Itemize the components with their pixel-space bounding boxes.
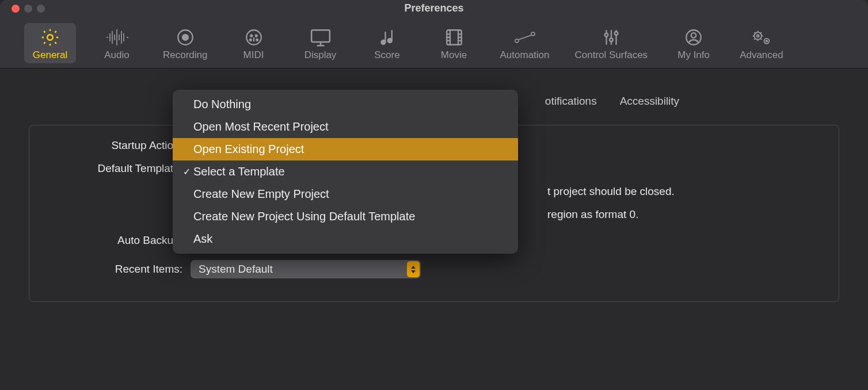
toolbar-tab-label: My Info: [677, 49, 710, 61]
traffic-lights: [12, 5, 45, 13]
toolbar-tab-recording[interactable]: Recording: [158, 23, 213, 63]
menu-item-label: Do Nothing: [193, 98, 251, 111]
row-recent-items: Recent Items: System Default: [52, 260, 816, 278]
menu-item-label: Open Existing Project: [193, 143, 304, 156]
menu-item-create-new-default-template[interactable]: Create New Project Using Default Templat…: [173, 205, 518, 228]
sliders-icon: [601, 26, 621, 48]
checkbox-label-partial-2: region as format 0.: [547, 208, 638, 221]
toolbar-tab-display[interactable]: Display: [295, 23, 347, 63]
toolbar-tab-control-surfaces[interactable]: Control Surfaces: [570, 23, 653, 63]
svg-rect-8: [311, 30, 330, 42]
toolbar-tab-label: Automation: [500, 49, 550, 61]
svg-point-18: [691, 33, 696, 38]
label-recent-items: Recent Items:: [52, 263, 191, 276]
toolbar-tab-midi[interactable]: MIDI: [228, 23, 280, 63]
svg-point-14: [604, 33, 608, 37]
toolbar-tab-label: Display: [304, 49, 337, 61]
select-recent-items[interactable]: System Default: [191, 260, 421, 278]
automation-icon: [513, 26, 536, 48]
zoom-window-button[interactable]: [37, 5, 45, 13]
label-startup-action: Startup Action:: [52, 139, 191, 152]
svg-point-16: [614, 32, 618, 35]
svg-point-5: [256, 39, 258, 41]
notes-icon: [378, 26, 397, 48]
close-window-button[interactable]: [12, 5, 20, 13]
waveform-icon: [105, 26, 128, 48]
toolbar-tab-label: Advanced: [740, 49, 783, 61]
toolbar-tab-label: Control Surfaces: [575, 49, 648, 61]
svg-point-4: [249, 39, 251, 41]
menu-item-label: Select a Template: [193, 165, 285, 178]
minimize-window-button[interactable]: [24, 5, 32, 13]
check-icon: ✓: [180, 166, 193, 177]
svg-point-6: [250, 35, 252, 37]
toolbar-tab-audio[interactable]: Audio: [91, 23, 143, 63]
menu-item-do-nothing[interactable]: Do Nothing: [173, 93, 518, 116]
svg-point-22: [766, 40, 768, 42]
toolbar-tab-advanced[interactable]: Advanced: [734, 23, 789, 63]
subtab-notifications[interactable]: otifications: [543, 91, 608, 111]
menu-item-label: Ask: [193, 232, 212, 246]
svg-point-13: [531, 32, 535, 36]
toolbar-tab-score[interactable]: Score: [361, 23, 413, 63]
updown-stepper-icon: [407, 261, 420, 277]
toolbar-tab-general[interactable]: General: [24, 23, 76, 63]
svg-point-12: [515, 39, 519, 43]
titlebar: [0, 0, 868, 17]
startup-action-menu: Do Nothing Open Most Recent Project Open…: [173, 90, 518, 254]
toolbar-tab-label: MIDI: [243, 49, 264, 61]
toolbar-tab-label: Score: [374, 49, 399, 61]
toolbar-tab-label: General: [33, 49, 67, 61]
menu-item-label: Open Most Recent Project: [193, 120, 329, 133]
checkbox-label-partial-1: t project should be closed.: [547, 185, 675, 198]
label-auto-backup: Auto Backup:: [52, 234, 191, 247]
toolbar-tab-label: Audio: [104, 49, 129, 61]
menu-item-label: Create New Empty Project: [193, 188, 329, 201]
menu-item-create-new-empty[interactable]: Create New Empty Project: [173, 183, 518, 205]
gears-icon: [751, 26, 772, 48]
film-icon: [444, 26, 464, 48]
toolbar-tab-label: Recording: [163, 49, 208, 61]
label-default-template: Default Template:: [52, 162, 191, 175]
svg-point-7: [255, 35, 257, 37]
gear-icon: [40, 26, 60, 48]
svg-point-2: [182, 35, 188, 40]
menu-item-select-template[interactable]: ✓ Select a Template: [173, 160, 518, 183]
svg-point-15: [610, 38, 613, 41]
subtab-accessibility[interactable]: Accessibility: [608, 91, 691, 111]
preferences-window: Preferences General Audio: [0, 0, 868, 390]
menu-item-open-existing[interactable]: Open Existing Project: [173, 138, 518, 160]
svg-point-0: [47, 35, 53, 40]
toolbar-tab-movie[interactable]: Movie: [428, 23, 480, 63]
menu-item-label: Create New Project Using Default Templat…: [193, 210, 415, 223]
menu-item-open-most-recent[interactable]: Open Most Recent Project: [173, 116, 518, 138]
user-icon: [684, 26, 703, 48]
toolbar-tab-automation[interactable]: Automation: [495, 23, 555, 63]
svg-point-21: [764, 39, 769, 44]
menu-item-ask[interactable]: Ask: [173, 228, 518, 250]
toolbar-tab-label: Movie: [441, 49, 467, 61]
svg-point-19: [754, 32, 762, 40]
palette-icon: [244, 26, 264, 48]
preferences-toolbar: General Audio Recording: [0, 17, 868, 68]
display-icon: [310, 26, 332, 48]
select-recent-items-value: System Default: [199, 263, 273, 275]
svg-point-20: [757, 35, 759, 37]
toolbar-tab-my-info[interactable]: My Info: [668, 23, 719, 63]
record-icon: [176, 26, 195, 48]
